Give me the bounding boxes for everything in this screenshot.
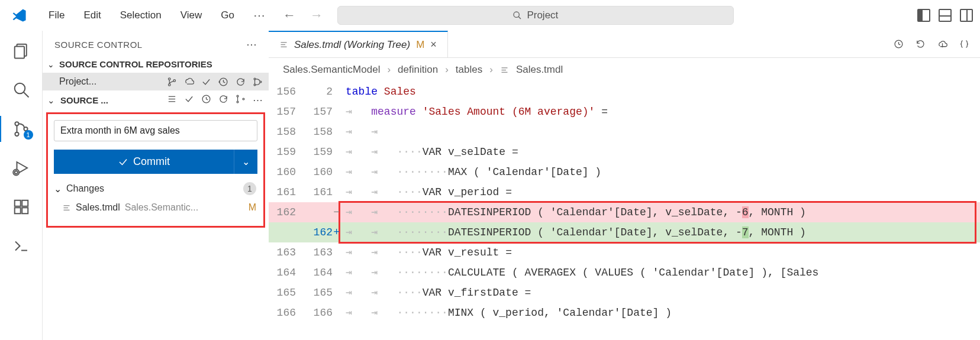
run-debug-icon[interactable] [12, 158, 31, 177]
svg-point-21 [254, 78, 256, 80]
check-icon[interactable] [184, 94, 194, 104]
svg-rect-13 [22, 200, 28, 206]
editor-tabs: Sales.tmdl (Working Tree) M × [269, 31, 980, 58]
commit-message-input[interactable] [54, 120, 257, 141]
code-line: 157157⇥ measure 'Sales Amount (6M averag… [269, 102, 980, 122]
chevron-down-icon: ⌄ [46, 95, 56, 106]
check-icon [118, 157, 128, 167]
commit-dropdown-button[interactable]: ⌄ [234, 150, 257, 174]
extensions-icon[interactable] [12, 197, 31, 216]
menu-selection[interactable]: Selection [112, 6, 170, 25]
code-line: 162⇥ ⇥ ········DATESINPERIOD ( 'Calendar… [269, 222, 980, 242]
code-line: 158158⇥ ⇥ [269, 122, 980, 142]
svg-line-5 [23, 92, 28, 98]
history-icon[interactable] [894, 39, 904, 49]
svg-rect-3 [14, 47, 24, 59]
sync-cloud-icon[interactable] [184, 77, 194, 87]
scm-sidebar: SOURCE CONTROL ⋯ ⌄ SOURCE CONTROL REPOSI… [43, 31, 269, 340]
svg-rect-14 [14, 208, 20, 213]
terminal-side-icon[interactable] [12, 237, 31, 255]
svg-rect-12 [14, 200, 20, 206]
history-icon[interactable] [201, 94, 211, 104]
svg-point-7 [15, 132, 18, 136]
commit-button[interactable]: Commit [54, 150, 234, 174]
menu-view[interactable]: View [172, 6, 211, 25]
close-icon[interactable]: × [430, 38, 437, 51]
svg-point-28 [237, 95, 238, 97]
svg-point-17 [168, 77, 170, 80]
vscode-logo-icon [12, 8, 27, 23]
code-line: 164164⇥ ⇥ ········CALCULATE ( AVERAGEX (… [269, 263, 980, 283]
svg-point-0 [514, 12, 519, 17]
code-line: 163163⇥ ⇥ ····VAR v_result = [269, 242, 980, 263]
braces-icon[interactable] [959, 39, 969, 49]
code-line: 159159⇥ ⇥ ····VAR v_selDate = [269, 142, 980, 162]
branch-icon[interactable] [167, 77, 177, 87]
code-line: 165165⇥ ⇥ ····VAR v_firstDate = [269, 283, 980, 303]
scm-badge: 1 [24, 130, 33, 140]
nav-forward-icon[interactable]: → [310, 8, 323, 23]
tab-title: Sales.tmdl (Working Tree) [294, 39, 410, 51]
file-name: Sales.tmdl [76, 202, 120, 213]
check-icon[interactable] [201, 77, 211, 87]
tab-sales-tmdl[interactable]: Sales.tmdl (Working Tree) M × [269, 31, 448, 57]
code-line: 1562table Sales [269, 82, 980, 102]
cloud-up-icon[interactable] [937, 39, 947, 49]
graph-icon[interactable] [236, 94, 246, 104]
menu-edit[interactable]: Edit [75, 6, 109, 25]
explorer-icon[interactable] [12, 41, 31, 60]
layout-bottom-icon[interactable] [939, 9, 952, 22]
sidebar-title: SOURCE CONTROL [54, 40, 143, 50]
menu-go[interactable]: Go [212, 6, 243, 25]
repo-row[interactable]: Project... [43, 73, 269, 90]
code-line: 166166⇥ ⇥ ········MINX ( v_period, 'Cale… [269, 303, 980, 323]
svg-point-30 [243, 98, 244, 100]
svg-point-22 [254, 84, 256, 86]
menu-overflow-icon[interactable]: ⋯ [245, 8, 273, 22]
changes-count-badge: 1 [243, 182, 256, 195]
code-line: 161161⇥ ⇥ ····VAR v_period = [269, 182, 980, 202]
layout-right-icon[interactable] [960, 9, 973, 22]
changed-file-row[interactable]: Sales.tmdl Sales.Semantic... M [54, 199, 257, 216]
menu-file[interactable]: File [40, 6, 73, 25]
repos-section-header[interactable]: ⌄ SOURCE CONTROL REPOSITORIES [43, 56, 269, 73]
repo-name: Project... [59, 76, 96, 87]
discard-icon[interactable] [915, 39, 926, 49]
chevron-down-icon: ⌄ [46, 60, 56, 69]
activity-bar: 1 [0, 31, 43, 340]
refresh-icon[interactable] [218, 94, 228, 104]
more-icon[interactable]: ⋯ [253, 94, 263, 106]
code-line: 160160⇥ ⇥ ········MAX ( 'Calendar'[Date]… [269, 162, 980, 182]
code-line: 162⇥ ⇥ ········DATESINPERIOD ( 'Calendar… [269, 202, 980, 222]
code-diff-view[interactable]: 1562table Sales157157⇥ measure 'Sales Am… [269, 82, 980, 340]
command-center-search[interactable]: Project [337, 6, 734, 25]
svg-point-4 [14, 83, 25, 94]
file-lines-icon [62, 203, 71, 212]
search-icon [512, 11, 522, 20]
layout-left-icon[interactable] [917, 9, 930, 22]
svg-rect-15 [22, 208, 28, 213]
graph-icon[interactable] [253, 77, 263, 87]
svg-point-6 [15, 122, 18, 125]
file-path: Sales.Semantic... [125, 202, 244, 213]
editor-area: Sales.tmdl (Working Tree) M × Sales.Sema… [269, 31, 980, 340]
sidebar-more-icon[interactable]: ⋯ [246, 38, 257, 51]
nav-back-icon[interactable]: ← [283, 8, 296, 23]
changes-header[interactable]: ⌄ Changes 1 [54, 174, 257, 199]
svg-point-29 [237, 101, 238, 103]
file-lines-icon [279, 40, 288, 49]
svg-line-1 [518, 17, 521, 19]
menubar: File Edit Selection View Go ⋯ ← → Projec… [0, 0, 980, 31]
breadcrumb[interactable]: Sales.SemanticModel› definition› tables›… [269, 58, 980, 82]
history-icon[interactable] [218, 77, 228, 87]
source-control-icon[interactable]: 1 [12, 119, 31, 138]
svg-point-18 [168, 83, 170, 86]
file-lines-icon [500, 66, 509, 75]
refresh-icon[interactable] [236, 77, 246, 87]
file-status-badge: M [249, 202, 256, 213]
search-placeholder: Project [527, 9, 558, 21]
commit-area-highlight: Commit ⌄ ⌄ Changes 1 Sales.tmdl Sales.Se… [46, 112, 265, 228]
list-icon[interactable] [167, 94, 177, 104]
search-activity-icon[interactable] [12, 80, 31, 99]
provider-section-header[interactable]: ⌄ SOURCE ... ⋯ [43, 90, 269, 110]
